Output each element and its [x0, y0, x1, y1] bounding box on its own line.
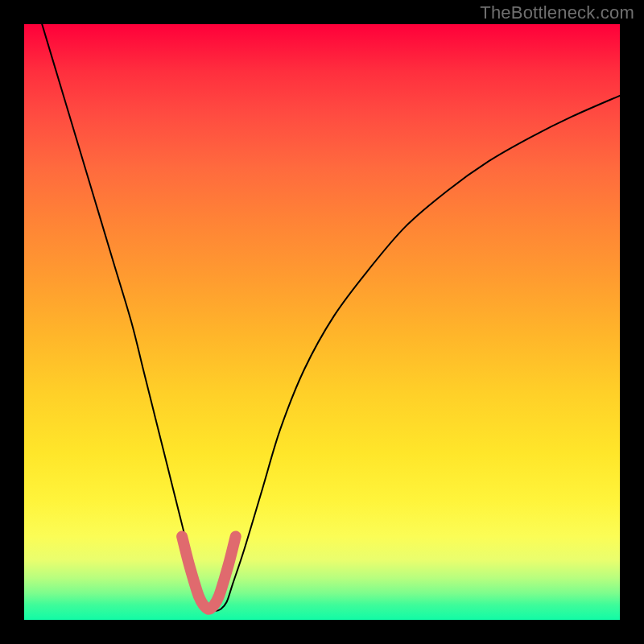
curve-layer [24, 24, 620, 620]
bottleneck-curve [42, 24, 620, 611]
chart-stage: TheBottleneck.com [0, 0, 644, 644]
plot-area [24, 24, 620, 620]
watermark-text: TheBottleneck.com [480, 2, 634, 23]
